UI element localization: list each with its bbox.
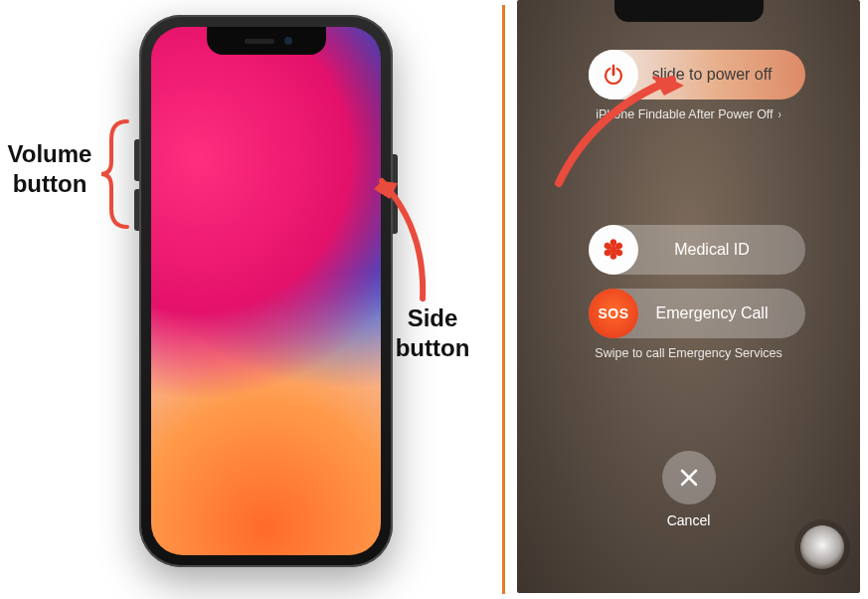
swipe-instruction: Swipe to call Emergency Services xyxy=(517,346,860,360)
medical-id-icon: ✽ xyxy=(589,225,638,275)
close-icon xyxy=(662,451,716,504)
right-panel: slide to power off iPhone Findable After… xyxy=(517,0,860,599)
volume-button-label: Volume button xyxy=(0,139,99,199)
volume-down-button[interactable] xyxy=(134,189,139,231)
assistive-touch-button[interactable] xyxy=(800,525,844,569)
medical-id-text: Medical ID xyxy=(638,241,805,259)
volume-up-button[interactable] xyxy=(134,139,139,181)
chevron-right-icon: › xyxy=(778,107,781,121)
phone-screen xyxy=(151,27,381,555)
medical-id-slider[interactable]: ✽ Medical ID xyxy=(589,225,805,275)
emergency-call-text: Emergency Call xyxy=(638,304,805,322)
side-button-label: Side button xyxy=(383,303,482,363)
brace-annotation xyxy=(97,119,131,229)
arrow-annotation-power xyxy=(553,72,702,191)
cancel-button[interactable]: Cancel xyxy=(662,451,716,528)
notch xyxy=(614,0,764,22)
panel-divider xyxy=(502,5,505,594)
left-panel: Volume button Side button xyxy=(0,0,502,599)
emergency-call-slider[interactable]: SOS Emergency Call xyxy=(589,289,805,338)
arrow-annotation-side xyxy=(368,169,437,308)
notch xyxy=(207,27,326,55)
iphone-device xyxy=(139,15,393,567)
cancel-label: Cancel xyxy=(662,512,716,528)
sos-icon: SOS xyxy=(589,289,638,338)
asterisk-icon: ✽ xyxy=(603,237,624,263)
power-off-screen: slide to power off iPhone Findable After… xyxy=(517,0,860,593)
